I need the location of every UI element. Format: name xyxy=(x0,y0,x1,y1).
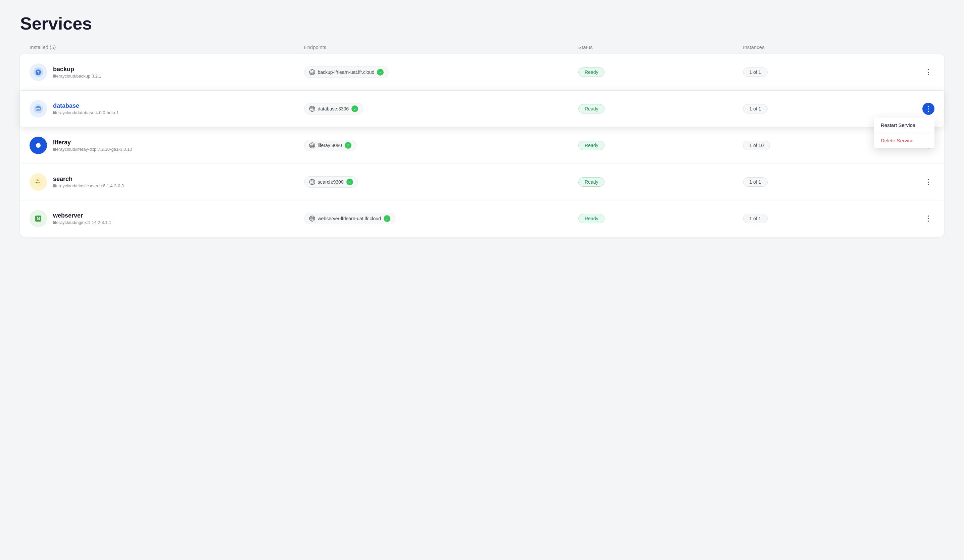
services-table: backupliferaycloud/backup:3.2.1 backup-l… xyxy=(20,54,944,237)
status-cell-search: Ready xyxy=(578,177,743,187)
endpoint-badge-liferay: liferay:8080✓ xyxy=(304,140,357,151)
instances-badge-webserver: 1 of 1 xyxy=(743,214,768,223)
service-info-liferay: liferayliferaycloud/liferay-dxp:7.2.10-g… xyxy=(29,137,304,154)
service-version-liferay: liferaycloud/liferay-dxp:7.2.10-ga1-3.0.… xyxy=(53,147,132,152)
service-name-container-search: searchliferaycloud/elasticsearch:6.1.4-3… xyxy=(53,176,124,188)
endpoint-text-webserver: webserver-lfrlearn-uat.lfr.cloud xyxy=(318,216,381,221)
svg-point-0 xyxy=(34,67,43,77)
endpoint-verified-icon-backup: ✓ xyxy=(377,69,384,75)
service-name-container-liferay: liferayliferaycloud/liferay-dxp:7.2.10-g… xyxy=(53,139,132,152)
service-row-search[interactable]: searchliferaycloud/elasticsearch:6.1.4-3… xyxy=(20,164,944,200)
col-installed: Installed (5) xyxy=(29,44,304,50)
status-badge-search: Ready xyxy=(578,177,604,187)
endpoint-text-backup: backup-lfrlearn-uat.lfr.cloud xyxy=(318,70,375,75)
endpoint-text-search: search:9300 xyxy=(318,179,344,185)
svg-point-4 xyxy=(36,106,41,108)
dropdown-item-delete-service[interactable]: Delete Service xyxy=(874,133,935,148)
instances-cell-backup: 1 of 1 xyxy=(743,67,908,77)
endpoint-verified-icon-liferay: ✓ xyxy=(345,142,352,149)
svg-point-8 xyxy=(36,143,41,148)
svg-point-11 xyxy=(34,177,43,187)
col-actions xyxy=(908,44,935,50)
actions-col-backup: ⋮ xyxy=(908,66,935,78)
menu-button-backup[interactable]: ⋮ xyxy=(922,66,935,78)
col-instances: Instances xyxy=(743,44,908,50)
endpoint-verified-icon-webserver: ✓ xyxy=(384,215,390,222)
svg-text:N: N xyxy=(37,216,40,221)
svg-rect-15 xyxy=(36,184,40,184)
svg-rect-13 xyxy=(36,182,37,183)
endpoint-verified-icon-database: ✓ xyxy=(352,106,358,112)
service-name-search: search xyxy=(53,176,124,182)
instances-badge-backup: 1 of 1 xyxy=(743,67,768,77)
service-row-backup[interactable]: backupliferaycloud/backup:3.2.1 backup-l… xyxy=(20,54,944,91)
status-cell-backup: Ready xyxy=(578,67,743,77)
service-row-webserver[interactable]: N webserverliferaycloud/nginx:1.14.2-3.1… xyxy=(20,200,944,237)
service-version-webserver: liferaycloud/nginx:1.14.2-3.1.1 xyxy=(53,220,111,225)
service-row-liferay[interactable]: liferayliferaycloud/liferay-dxp:7.2.10-g… xyxy=(20,127,944,164)
service-version-search: liferaycloud/elasticsearch:6.1.4-3.0.3 xyxy=(53,183,124,188)
col-endpoints: Endpoints xyxy=(304,44,579,50)
status-cell-liferay: Ready xyxy=(578,141,743,150)
status-badge-liferay: Ready xyxy=(578,141,604,150)
service-name-container-backup: backupliferaycloud/backup:3.2.1 xyxy=(53,66,101,78)
endpoint-verified-icon-search: ✓ xyxy=(347,179,353,185)
service-row-database[interactable]: databaseliferaycloud/database:4.0.0-beta… xyxy=(20,91,944,127)
menu-button-database[interactable]: ⋮ xyxy=(922,103,935,115)
service-info-backup: backupliferaycloud/backup:3.2.1 xyxy=(29,63,304,81)
service-version-database: liferaycloud/database:4.0.0-beta.1 xyxy=(53,110,119,115)
endpoint-cell-liferay: liferay:8080✓ xyxy=(304,140,579,151)
actions-col-webserver: ⋮ xyxy=(908,213,935,225)
menu-button-search[interactable]: ⋮ xyxy=(922,176,935,188)
service-name-liferay: liferay xyxy=(53,139,132,146)
dropdown-item-restart-service[interactable]: Restart Service xyxy=(874,117,935,133)
endpoint-badge-webserver: webserver-lfrlearn-uat.lfr.cloud✓ xyxy=(304,213,396,224)
endpoint-text-database: database:3306 xyxy=(318,106,349,111)
endpoint-badge-database: database:3306✓ xyxy=(304,103,363,114)
status-badge-backup: Ready xyxy=(578,67,604,77)
service-info-database: databaseliferaycloud/database:4.0.0-beta… xyxy=(29,100,304,117)
instances-cell-search: 1 of 1 xyxy=(743,177,908,187)
status-cell-webserver: Ready xyxy=(578,214,743,223)
service-info-webserver: N webserverliferaycloud/nginx:1.14.2-3.1… xyxy=(29,210,304,227)
dropdown-menu-database: Restart ServiceDelete Service xyxy=(874,117,935,148)
status-cell-database: Ready xyxy=(578,104,743,114)
instances-badge-search: 1 of 1 xyxy=(743,177,768,187)
endpoint-badge-search: search:9300✓ xyxy=(304,176,358,188)
actions-col-database: ⋮Restart ServiceDelete Service xyxy=(908,103,935,115)
service-avatar-database xyxy=(29,100,47,117)
service-info-search: searchliferaycloud/elasticsearch:6.1.4-3… xyxy=(29,173,304,191)
service-name-database[interactable]: database xyxy=(53,103,119,109)
endpoint-cell-backup: backup-lfrlearn-uat.lfr.cloud✓ xyxy=(304,67,579,78)
service-name-container-webserver: webserverliferaycloud/nginx:1.14.2-3.1.1 xyxy=(53,212,111,225)
svg-rect-14 xyxy=(38,182,40,183)
col-status: Status xyxy=(578,44,743,50)
endpoint-text-liferay: liferay:8080 xyxy=(318,143,342,148)
svg-point-3 xyxy=(34,104,43,114)
service-avatar-liferay xyxy=(29,137,47,154)
status-badge-webserver: Ready xyxy=(578,214,604,223)
actions-col-search: ⋮ xyxy=(908,176,935,188)
svg-point-12 xyxy=(37,179,39,181)
instances-cell-webserver: 1 of 1 xyxy=(743,214,908,223)
endpoint-cell-webserver: webserver-lfrlearn-uat.lfr.cloud✓ xyxy=(304,213,579,224)
service-name-backup: backup xyxy=(53,66,101,73)
instances-badge-liferay: 1 of 10 xyxy=(743,141,770,150)
service-version-backup: liferaycloud/backup:3.2.1 xyxy=(53,73,101,78)
instances-cell-database: 1 of 1 xyxy=(743,104,908,114)
menu-button-webserver[interactable]: ⋮ xyxy=(922,213,935,225)
service-name-container-database: databaseliferaycloud/database:4.0.0-beta… xyxy=(53,103,119,115)
service-name-webserver: webserver xyxy=(53,212,111,219)
table-header: Installed (5) Endpoints Status Instances xyxy=(20,44,944,54)
service-avatar-webserver: N xyxy=(29,210,47,227)
instances-badge-database: 1 of 1 xyxy=(743,104,768,114)
service-avatar-search xyxy=(29,173,47,191)
page-title: Services xyxy=(20,13,944,34)
status-badge-database: Ready xyxy=(578,104,604,114)
service-avatar-backup xyxy=(29,63,47,81)
endpoint-cell-database: database:3306✓ xyxy=(304,103,579,114)
endpoint-cell-search: search:9300✓ xyxy=(304,176,579,188)
endpoint-badge-backup: backup-lfrlearn-uat.lfr.cloud✓ xyxy=(304,67,389,78)
